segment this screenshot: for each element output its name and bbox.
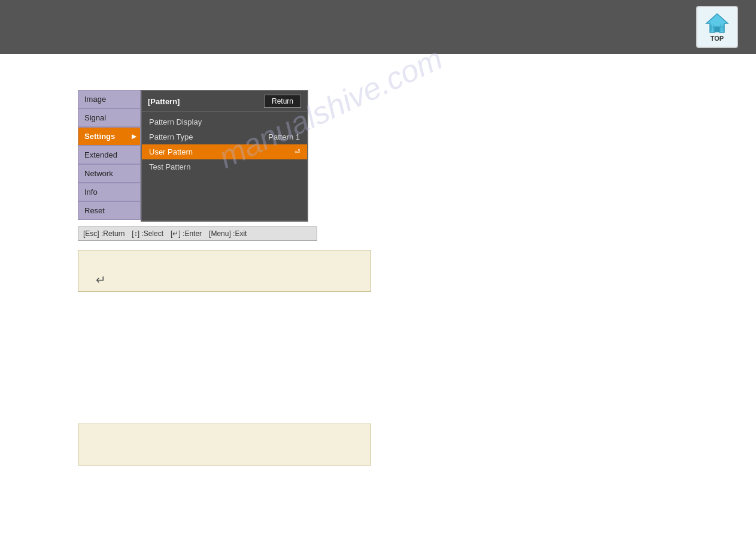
panel-body: Pattern Display Pattern Type Pattern 1 U… <box>142 112 307 177</box>
panel: [Pattern] Return Pattern Display Pattern… <box>141 90 308 222</box>
esc-hint: [Esc] :Return <box>83 229 125 238</box>
sidebar-menu: Image Signal Settings ▶ Extended Network… <box>78 90 141 222</box>
enter-arrow-symbol: ↵ <box>96 273 106 287</box>
panel-title: [Pattern] <box>148 97 180 106</box>
panel-header: [Pattern] Return <box>142 91 307 112</box>
arrow-right-icon: ▶ <box>132 133 136 140</box>
select-hint: [↕] :Select <box>132 229 163 238</box>
menu-row-pattern-display[interactable]: Pattern Display <box>142 114 307 129</box>
main-content: Image Signal Settings ▶ Extended Network… <box>0 54 756 466</box>
top-button[interactable]: TOP <box>696 6 738 48</box>
svg-rect-1 <box>715 27 719 32</box>
return-button[interactable]: Return <box>264 95 301 108</box>
sidebar-item-extended[interactable]: Extended <box>78 146 141 164</box>
sidebar-item-reset[interactable]: Reset <box>78 201 141 220</box>
menu-row-user-pattern[interactable]: User Pattern ⏎ <box>142 144 307 159</box>
sidebar-item-info[interactable]: Info <box>78 183 141 201</box>
sidebar-item-image[interactable]: Image <box>78 90 141 108</box>
menu-row-pattern-type[interactable]: Pattern Type Pattern 1 <box>142 129 307 144</box>
header: TOP <box>0 0 756 54</box>
menu-hint: [Menu] :Exit <box>209 229 247 238</box>
menu-row-test-pattern[interactable]: Test Pattern <box>142 159 307 174</box>
note-box-1 <box>78 250 371 292</box>
sidebar-item-network[interactable]: Network <box>78 164 141 183</box>
note-box-2 <box>78 424 371 466</box>
sidebar-item-signal[interactable]: Signal <box>78 108 141 127</box>
menu-container: Image Signal Settings ▶ Extended Network… <box>78 90 756 222</box>
enter-hint: [↵] :Enter <box>171 229 202 238</box>
status-bar: [Esc] :Return [↕] :Select [↵] :Enter [Me… <box>78 226 317 241</box>
top-icon-label: TOP <box>711 35 724 42</box>
sidebar-item-settings[interactable]: Settings ▶ <box>78 127 141 146</box>
enter-icon: ⏎ <box>294 148 300 156</box>
